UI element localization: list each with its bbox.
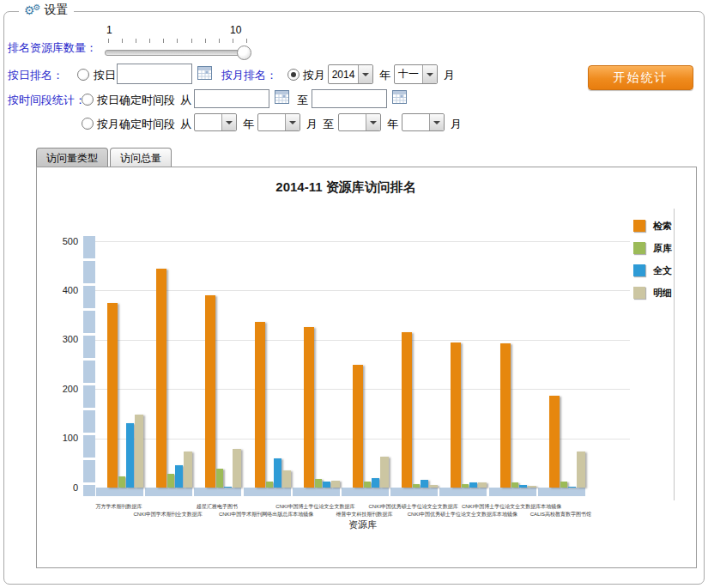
slider-track[interactable]	[105, 50, 251, 56]
year-unit-label: 年	[379, 68, 390, 83]
bar	[315, 479, 322, 488]
to-label: 至	[297, 93, 308, 108]
x-axis-segment	[194, 488, 241, 496]
bar	[323, 482, 330, 488]
chevron-down-icon	[429, 114, 444, 130]
bar	[255, 322, 265, 488]
period-day-radio[interactable]	[82, 94, 94, 106]
bar	[568, 487, 576, 488]
period-to-year-select[interactable]	[338, 113, 381, 131]
bar	[205, 295, 215, 488]
bar	[364, 482, 371, 488]
legend-item: 原库	[633, 237, 672, 259]
legend-swatch	[633, 264, 645, 276]
y-tick-label: 400	[40, 285, 78, 295]
legend-item: 检索	[633, 215, 672, 237]
settings-legend-label: 设置	[45, 3, 69, 18]
y-axis-wall	[83, 236, 95, 496]
bar	[380, 457, 389, 488]
y-tick-label: 300	[40, 334, 78, 344]
bar	[528, 486, 536, 488]
slider-max-label: 10	[230, 24, 241, 36]
chevron-down-icon	[358, 65, 372, 83]
slider-ticks	[108, 39, 247, 43]
year-unit-label: 年	[387, 117, 398, 132]
slider-thumb[interactable]	[237, 45, 251, 60]
chevron-down-icon	[366, 114, 380, 130]
daily-date-input[interactable]	[117, 64, 192, 84]
year-unit-label: 年	[243, 117, 254, 132]
bar	[560, 482, 567, 488]
gridline	[95, 241, 630, 242]
period-stat-label: 按时间段统计：	[8, 93, 86, 108]
bar	[167, 474, 174, 488]
period-day-label: 按日确定时间段	[97, 93, 175, 108]
calendar-icon[interactable]	[392, 90, 407, 104]
month-select[interactable]: 十一	[394, 64, 438, 84]
legend-label: 检索	[653, 220, 672, 233]
period-from-month-select[interactable]	[257, 113, 300, 131]
tab-visit-total[interactable]: 访问总量	[110, 148, 172, 167]
bar	[175, 465, 183, 488]
year-select-value: 2014	[329, 69, 358, 81]
year-select[interactable]: 2014	[328, 64, 373, 84]
x-category-label: CALIS高校教育数字图书馆	[466, 511, 655, 518]
bar	[519, 485, 527, 488]
x-axis-segment	[293, 488, 340, 496]
chart-right-border	[674, 209, 675, 500]
month-unit-label: 月	[306, 117, 318, 132]
chart-legend: 检索原库全文明细	[633, 215, 672, 304]
slider-min-label: 1	[106, 24, 112, 36]
period-from-year-select[interactable]	[194, 113, 237, 131]
daily-radio[interactable]	[77, 69, 89, 81]
period-to-month-select[interactable]	[402, 113, 445, 131]
y-tick-label: 0	[40, 482, 78, 493]
x-axis-title: 资源库	[95, 518, 630, 531]
ranking-count-label: 排名资源库数量：	[8, 40, 97, 56]
start-statistics-button[interactable]: 开始统计	[588, 65, 693, 90]
from-label: 从	[180, 93, 191, 108]
bar	[451, 342, 461, 488]
gear-small-icon: ⚙	[33, 3, 41, 12]
legend-label: 全文	[653, 264, 672, 277]
legend-swatch	[633, 242, 645, 254]
bar	[135, 415, 143, 488]
bar	[462, 484, 469, 488]
monthly-radio[interactable]	[287, 69, 300, 81]
y-tick-label: 200	[40, 384, 78, 394]
to-label: 至	[323, 117, 334, 132]
bar	[274, 458, 281, 488]
period-month-radio[interactable]	[82, 118, 94, 130]
calendar-icon[interactable]	[275, 90, 289, 104]
month-unit-label: 月	[444, 68, 455, 83]
legend-swatch	[633, 287, 645, 299]
bar	[107, 303, 118, 488]
calendar-icon[interactable]	[197, 66, 212, 80]
tab-visit-type[interactable]: 访问量类型	[36, 148, 108, 167]
bar	[184, 452, 192, 488]
bar	[469, 482, 477, 488]
legend-label: 原库	[653, 242, 672, 255]
x-axis-segment	[96, 488, 143, 496]
bar	[511, 482, 518, 488]
bar	[233, 449, 241, 488]
period-to-date-input[interactable]	[312, 89, 387, 108]
bar	[282, 470, 291, 488]
period-month-label: 按月确定时间段	[97, 117, 175, 132]
x-axis-segment	[145, 488, 192, 496]
bar	[156, 269, 166, 488]
bar	[331, 481, 340, 488]
gridline	[95, 340, 630, 341]
bar	[577, 452, 585, 488]
x-category-label: CNKI中国博士学位论文全文数据库本地镜像	[417, 503, 606, 511]
chart-title: 2014-11 资源库访问排名	[37, 179, 655, 196]
bar	[402, 332, 412, 488]
bar	[216, 469, 223, 488]
settings-legend: ⚙⚙ 设置	[19, 3, 74, 18]
period-from-date-input[interactable]	[194, 89, 269, 108]
bar	[372, 478, 379, 488]
from-label: 从	[180, 117, 191, 132]
bar	[118, 476, 125, 488]
monthly-radio-label: 按月	[303, 68, 325, 83]
daily-rank-label: 按日排名：	[8, 68, 64, 83]
